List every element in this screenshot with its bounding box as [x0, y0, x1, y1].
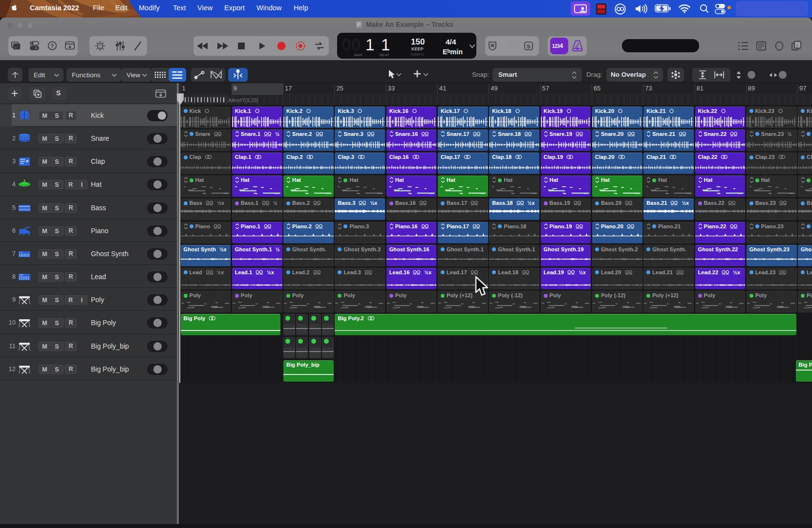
svg-text:?: ?	[51, 43, 54, 49]
svg-text:S: S	[527, 44, 531, 49]
svg-text:♪: ♪	[15, 45, 17, 49]
svg-text:♪: ♪	[796, 43, 798, 48]
